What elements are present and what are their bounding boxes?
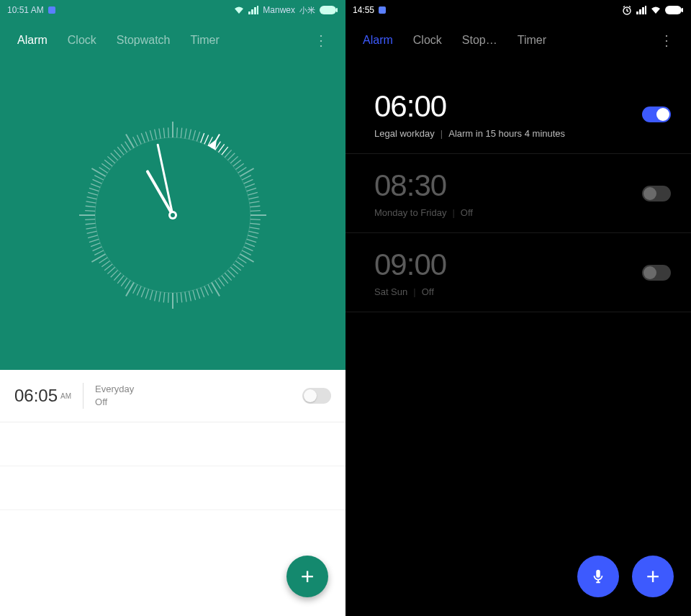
- svg-line-63: [168, 293, 169, 303]
- clock-face[interactable]: [65, 107, 281, 323]
- svg-line-113: [133, 137, 137, 145]
- alarm-toggle[interactable]: [302, 388, 331, 404]
- tab-clock[interactable]: Clock: [68, 34, 96, 47]
- svg-line-40: [244, 247, 253, 251]
- tab-alarm[interactable]: Alarm: [363, 34, 393, 47]
- svg-line-3: [177, 127, 178, 137]
- battery-icon: [665, 6, 684, 14]
- notification-icon: [48, 6, 55, 14]
- alarm-detail: Off: [422, 286, 434, 297]
- svg-line-31: [250, 211, 261, 212]
- svg-line-20: [235, 163, 243, 169]
- tab-timer[interactable]: Timer: [191, 34, 220, 47]
- tab-alarm[interactable]: Alarm: [17, 34, 48, 47]
- alarm-detail: Alarm in 15 hours 4 minutes: [448, 128, 565, 139]
- phone-screenshot-right: 14:55 Alarm Clock Stop… Timer ⋮ 06:00: [346, 0, 691, 616]
- status-time: 10:51 AM: [7, 5, 44, 15]
- svg-line-54: [204, 286, 209, 296]
- svg-line-50: [218, 278, 224, 286]
- svg-line-95: [86, 201, 96, 203]
- svg-line-48: [225, 273, 231, 280]
- svg-line-109: [117, 147, 124, 155]
- svg-line-115: [141, 133, 145, 142]
- alarm-repeat: Everyday: [95, 383, 302, 396]
- svg-line-49: [222, 276, 228, 284]
- svg-line-17: [227, 153, 235, 160]
- svg-line-116: [145, 132, 148, 141]
- svg-line-97: [88, 192, 98, 195]
- alarm-description: Everyday Off: [95, 383, 302, 409]
- alarm-row[interactable]: 06:05 AM Everyday Off: [0, 370, 346, 422]
- svg-line-68: [145, 289, 148, 299]
- tab-stopwatch[interactable]: Stopwatch: [117, 34, 171, 47]
- divider: [83, 383, 83, 409]
- svg-line-64: [163, 292, 164, 302]
- svg-line-121: [168, 127, 169, 137]
- alarm-toggle[interactable]: [642, 107, 671, 122]
- wifi-icon: [234, 6, 244, 14]
- status-time: 14:55: [353, 5, 374, 15]
- add-alarm-button[interactable]: +: [632, 556, 674, 597]
- svg-line-69: [141, 288, 145, 297]
- svg-line-33: [250, 219, 261, 220]
- plus-icon: +: [646, 565, 660, 588]
- svg-line-58: [189, 291, 191, 302]
- svg-line-43: [238, 258, 247, 263]
- svg-point-127: [171, 213, 175, 217]
- more-icon[interactable]: ⋮: [659, 33, 674, 47]
- svg-line-34: [250, 223, 260, 224]
- svg-line-65: [159, 292, 161, 302]
- clock-dial-area: [0, 60, 346, 370]
- tab-bar: Alarm Clock Stop… Timer ⋮: [346, 20, 691, 60]
- svg-line-114: [137, 135, 141, 145]
- svg-line-29: [250, 201, 260, 203]
- divider: [0, 509, 346, 510]
- svg-line-46: [230, 267, 238, 273]
- svg-line-119: [159, 129, 161, 139]
- svg-line-88: [87, 231, 97, 233]
- svg-line-104: [101, 163, 109, 169]
- svg-line-67: [150, 290, 153, 300]
- svg-line-9: [201, 133, 204, 142]
- svg-line-105: [104, 160, 112, 166]
- alarm-row[interactable]: 06:00 Legal workday | Alarm in 15 hours …: [346, 60, 691, 154]
- alarm-toggle[interactable]: [642, 265, 671, 281]
- svg-line-4: [181, 128, 181, 138]
- svg-line-103: [99, 168, 108, 173]
- svg-line-5: [185, 129, 186, 139]
- svg-line-93: [85, 211, 95, 212]
- svg-line-108: [114, 150, 120, 157]
- alarm-toggle[interactable]: [642, 186, 671, 201]
- svg-line-78: [107, 267, 114, 273]
- voice-button[interactable]: [577, 556, 619, 597]
- alarm-ampm: AM: [60, 392, 71, 400]
- svg-line-10: [204, 135, 209, 145]
- svg-line-24: [244, 179, 253, 184]
- svg-line-56: [197, 289, 199, 299]
- add-alarm-button[interactable]: +: [286, 556, 328, 597]
- alarm-status-icon: [622, 5, 632, 15]
- svg-line-27: [248, 192, 258, 195]
- mic-icon: [590, 569, 606, 584]
- notification-icon: [379, 6, 386, 14]
- carrier-cn-label: 小米: [299, 5, 315, 16]
- svg-line-96: [87, 197, 97, 199]
- svg-line-98: [89, 188, 99, 191]
- separator: |: [441, 128, 443, 139]
- svg-line-51: [215, 281, 221, 289]
- svg-line-21: [238, 168, 247, 173]
- svg-line-61: [177, 293, 178, 303]
- tab-stopwatch[interactable]: Stop…: [462, 34, 497, 47]
- alarm-row[interactable]: 08:30 Monday to Friday | Off: [346, 154, 691, 233]
- alarm-row[interactable]: 09:00 Sat Sun | Off: [346, 233, 691, 312]
- more-icon[interactable]: ⋮: [314, 33, 328, 47]
- alarm-repeat: Monday to Friday: [374, 207, 446, 218]
- tab-clock[interactable]: Clock: [413, 34, 442, 47]
- svg-line-71: [133, 284, 137, 293]
- svg-line-84: [93, 247, 102, 251]
- phone-screenshot-left: 10:51 AM Manwex 小米 Alarm Clock Stopwatch…: [0, 0, 346, 616]
- svg-line-118: [155, 130, 157, 140]
- tab-timer[interactable]: Timer: [518, 34, 546, 47]
- alarm-time: 06:00: [374, 89, 642, 124]
- svg-line-85: [91, 243, 100, 247]
